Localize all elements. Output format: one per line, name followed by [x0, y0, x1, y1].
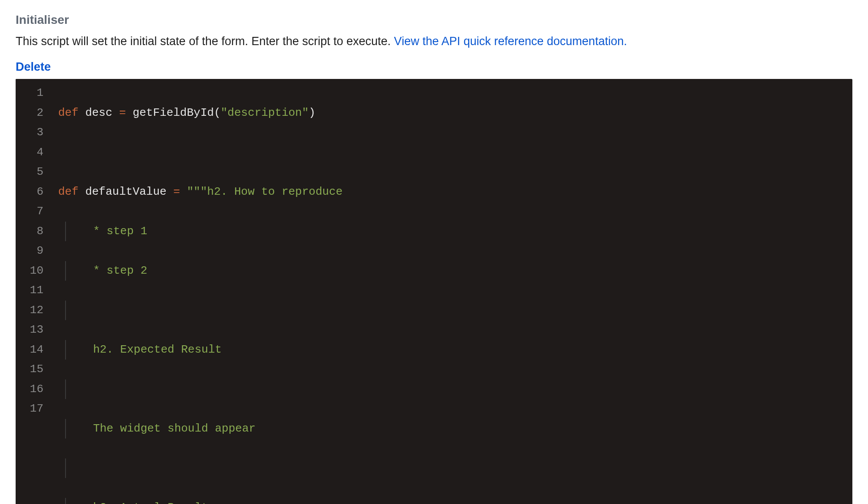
line-number: 10: [27, 261, 43, 281]
delete-button[interactable]: Delete: [16, 60, 51, 74]
code-line: h2. Actual Result: [65, 498, 845, 504]
code-line: [65, 301, 845, 321]
line-number-gutter: 1 2 3 4 5 6 7 8 9 10 11 12 13 14 15 16 1…: [16, 79, 50, 504]
line-number: 2: [27, 103, 43, 123]
line-number: 13: [27, 320, 43, 340]
code-line: [65, 458, 845, 478]
code-line: [55, 143, 845, 163]
line-number: 9: [27, 241, 43, 261]
code-content[interactable]: def desc = getFieldById("description") d…: [50, 79, 852, 504]
line-number: 14: [27, 340, 43, 360]
line-number: 5: [27, 162, 43, 182]
code-line: * step 2: [65, 261, 845, 281]
code-line: * step 1: [65, 222, 845, 242]
line-number: 17: [27, 399, 43, 419]
description-text: This script will set the initial state o…: [16, 35, 394, 48]
code-editor[interactable]: 1 2 3 4 5 6 7 8 9 10 11 12 13 14 15 16 1…: [16, 79, 852, 504]
code-line: def desc = getFieldById("description"): [55, 103, 845, 123]
line-number: 3: [27, 123, 43, 143]
code-line: h2. Expected Result: [65, 340, 845, 360]
code-line: [65, 380, 845, 399]
line-number: 12: [27, 301, 43, 321]
code-line: def defaultValue = """h2. How to reprodu…: [55, 182, 845, 202]
line-number: 8: [27, 222, 43, 242]
line-number: 11: [27, 281, 43, 301]
line-number: 4: [27, 143, 43, 163]
code-line: The widget should appear: [65, 419, 845, 439]
line-number: 15: [27, 360, 43, 380]
line-number: 1: [27, 83, 43, 103]
section-description: This script will set the initial state o…: [16, 35, 852, 48]
section-heading: Initialiser: [16, 13, 852, 27]
line-number: 7: [27, 202, 43, 222]
api-reference-link[interactable]: View the API quick reference documentati…: [394, 35, 627, 48]
line-number: 6: [27, 182, 43, 202]
line-number: 16: [27, 380, 43, 399]
